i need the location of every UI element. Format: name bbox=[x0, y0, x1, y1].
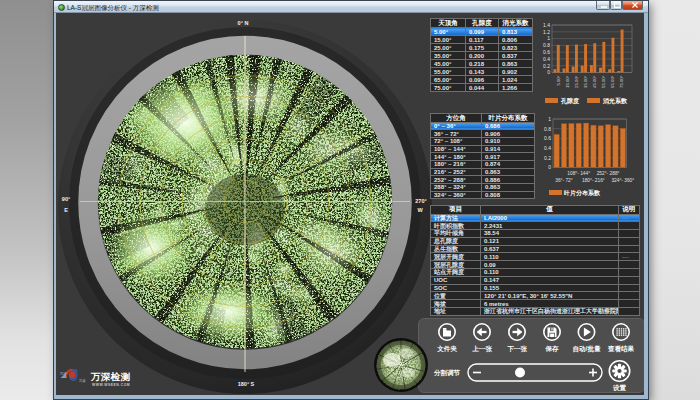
svg-text:65.00°: 65.00° bbox=[610, 75, 615, 88]
svg-text:324°- 360°: 324°- 360° bbox=[611, 178, 634, 183]
svg-text:180°- 216°: 180°- 216° bbox=[582, 178, 605, 183]
svg-text:上一张: 上一张 bbox=[472, 345, 492, 353]
svg-text:45.00°: 45.00° bbox=[592, 75, 597, 88]
svg-text:180° S: 180° S bbox=[238, 381, 255, 387]
svg-text:108°- 144°: 108°- 144° bbox=[567, 171, 590, 176]
svg-text:TOP: TOP bbox=[60, 372, 68, 376]
svg-text:0.4: 0.4 bbox=[544, 145, 551, 151]
svg-text:5.00°: 5.00° bbox=[556, 75, 561, 85]
svg-text:0.8: 0.8 bbox=[543, 42, 550, 48]
svg-text:1: 1 bbox=[548, 116, 551, 122]
svg-text:文件夹: 文件夹 bbox=[436, 345, 457, 353]
svg-text:0.6: 0.6 bbox=[544, 135, 551, 141]
svg-text:WWW.WSEEN.COM: WWW.WSEEN.COM bbox=[92, 383, 130, 387]
svg-text:0: 0 bbox=[548, 164, 551, 170]
svg-text:90°: 90° bbox=[62, 196, 70, 202]
svg-text:15.00°: 15.00° bbox=[565, 75, 570, 88]
svg-text:查看结果: 查看结果 bbox=[607, 345, 635, 353]
svg-text:消光系数: 消光系数 bbox=[602, 97, 628, 105]
svg-text:E: E bbox=[64, 207, 68, 213]
svg-text:万深检测: 万深检测 bbox=[90, 371, 130, 382]
svg-text:252°- 288°: 252°- 288° bbox=[597, 171, 620, 176]
svg-text:0: 0 bbox=[547, 69, 550, 75]
svg-text:25.00°: 25.00° bbox=[574, 75, 579, 88]
svg-text:0.6: 0.6 bbox=[543, 49, 550, 55]
svg-text:分割调节: 分割调节 bbox=[433, 369, 461, 377]
svg-text:自动/批量: 自动/批量 bbox=[573, 345, 601, 353]
svg-text:36°- 72°: 36°- 72° bbox=[555, 178, 573, 183]
svg-text:保存: 保存 bbox=[545, 345, 560, 353]
svg-text:0.4: 0.4 bbox=[543, 56, 550, 62]
svg-text:1: 1 bbox=[547, 35, 550, 41]
svg-text:0.2: 0.2 bbox=[543, 63, 550, 69]
svg-text:1.2: 1.2 bbox=[543, 29, 550, 35]
svg-text:W: W bbox=[417, 207, 423, 213]
svg-text:0° N: 0° N bbox=[238, 20, 249, 26]
svg-text:0.8: 0.8 bbox=[544, 126, 551, 132]
svg-text:孔隙度: 孔隙度 bbox=[560, 97, 579, 105]
svg-text:下一张: 下一张 bbox=[507, 345, 527, 353]
svg-text:设置: 设置 bbox=[612, 384, 627, 391]
svg-text:270°: 270° bbox=[415, 198, 426, 204]
svg-text:万深: 万深 bbox=[79, 379, 85, 383]
svg-text:0.2: 0.2 bbox=[544, 155, 551, 161]
svg-text:35.00°: 35.00° bbox=[583, 75, 588, 88]
svg-text:75.00°: 75.00° bbox=[619, 75, 624, 88]
svg-text:1.4: 1.4 bbox=[543, 22, 550, 28]
svg-text:55.00°: 55.00° bbox=[601, 75, 606, 88]
svg-text:叶片分布系数: 叶片分布系数 bbox=[564, 189, 601, 197]
